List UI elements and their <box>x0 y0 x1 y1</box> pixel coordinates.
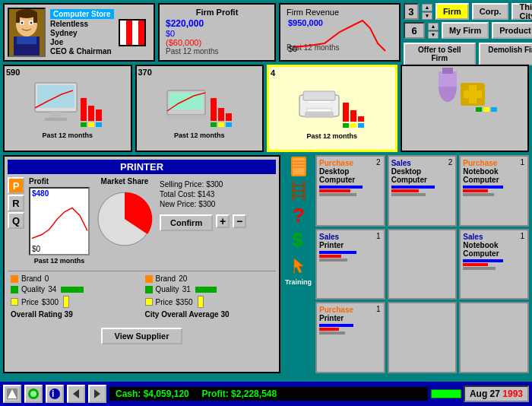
svg-rect-30 <box>218 122 224 127</box>
bar1 <box>319 324 353 327</box>
bar1 <box>391 186 435 189</box>
card-product: NotebookComputer <box>463 241 525 258</box>
card-bars <box>391 186 454 196</box>
tab-p[interactable]: P <box>8 177 24 194</box>
counter-bottom-down[interactable]: ▼ <box>428 31 439 39</box>
toolbar-icon-forward[interactable] <box>88 385 106 403</box>
card-purchase-desktop-2[interactable]: Purchase 2 DesktopComputer <box>315 155 385 227</box>
card-num: 1 <box>376 305 381 313</box>
product-card-desktop[interactable]: 590 Past 12 months <box>3 65 132 152</box>
city-price-val: $350 <box>176 298 192 306</box>
svg-rect-35 <box>307 109 331 112</box>
person-name3: Joe <box>50 38 114 46</box>
plus-btn[interactable]: + <box>216 214 230 228</box>
pointer-icon[interactable] <box>289 254 309 274</box>
counter-bottom-up[interactable]: ▲ <box>428 23 439 30</box>
speed-bar[interactable] <box>431 389 461 398</box>
help-icon[interactable]: ? <box>289 205 309 225</box>
toolbar-icon-3[interactable]: i <box>46 385 64 403</box>
toolbar-icon-2[interactable] <box>24 385 43 403</box>
svg-rect-31 <box>226 122 232 127</box>
svg-rect-51 <box>491 107 497 112</box>
products-strip: 590 Past 12 months 370 <box>0 65 532 152</box>
confirm-button[interactable]: Confirm <box>160 214 213 231</box>
company-info: Computer Store Relentless Sydney Joe CEO… <box>50 9 114 56</box>
training-label: Training <box>285 278 312 286</box>
dollar-icon[interactable]: $ <box>289 230 309 249</box>
tab-firm[interactable]: Firm <box>435 3 469 20</box>
card-purchase-notebook-1[interactable]: Purchase 1 NotebookComputer <box>459 155 529 227</box>
svg-rect-49 <box>476 107 482 112</box>
ladder-icon[interactable] <box>289 181 309 201</box>
counter-top-down[interactable]: ▼ <box>422 12 432 20</box>
tab-this-city[interactable]: This City <box>511 3 532 20</box>
middle-content: P R Q Profit $480 $0 Past 12 months Mark… <box>8 177 276 265</box>
toolbar-icon-back[interactable] <box>67 385 85 403</box>
new-price-row: New Price: $300 <box>160 200 246 208</box>
bar3 <box>319 259 347 262</box>
product-card-medical[interactable] <box>401 65 530 152</box>
my-price-val: $300 <box>42 298 59 306</box>
product-image-medical <box>404 68 527 121</box>
offer-sell-btn[interactable]: Offer to Sell Firm <box>404 43 476 65</box>
city-price-bar <box>198 296 204 308</box>
svg-rect-26 <box>211 98 217 121</box>
card-sales-notebook-1[interactable]: Sales 1 NotebookComputer <box>459 229 529 300</box>
bar3 <box>463 193 494 196</box>
demolish-firm-btn[interactable]: Demolish Firm <box>479 43 532 65</box>
printer-details-panel: PRINTER P R Q Profit $480 $0 Past 12 mon… <box>3 155 280 373</box>
profit-label: Profit: <box>201 389 228 399</box>
card-bars <box>463 186 525 196</box>
tab-r[interactable]: R <box>8 195 24 211</box>
firm-profit-panel: Firm Profit $220,000 $0 ($60,000) Past 1… <box>158 3 276 62</box>
my-quality-row: Quality 34 <box>11 285 139 293</box>
tab-product[interactable]: Product <box>492 22 532 39</box>
book-icon[interactable] <box>289 157 309 176</box>
card-bars <box>319 324 382 335</box>
bar2 <box>319 255 341 258</box>
svg-rect-29 <box>211 122 217 127</box>
svg-text:i: i <box>52 389 54 399</box>
printer-past-label: Past 12 months <box>306 132 357 140</box>
minus-btn[interactable]: − <box>233 214 246 228</box>
bar2 <box>319 328 339 331</box>
svg-rect-37 <box>343 103 349 122</box>
product-card-printer[interactable]: 4 Past 12 months <box>267 65 397 152</box>
bar2 <box>319 189 350 192</box>
card-type: Purchase <box>319 159 382 167</box>
card-purchase-printer-1[interactable]: Purchase 1 Printer <box>315 302 385 373</box>
tab-q[interactable]: Q <box>8 212 24 229</box>
product-card-notebook[interactable]: 370 Past 12 months <box>135 65 264 152</box>
svg-rect-19 <box>96 109 102 121</box>
counter-top-arrows[interactable]: ▲ ▼ <box>422 4 432 20</box>
cash-label: Cash: <box>116 389 141 399</box>
my-quality-val: 34 <box>48 285 56 293</box>
top-bar: Computer Store Relentless Sydney Joe CEO… <box>0 0 532 65</box>
toolbar-icon-1[interactable] <box>3 385 21 403</box>
view-supplier-btn[interactable]: View Supplier <box>101 328 183 344</box>
counter-top-up[interactable]: ▲ <box>422 4 432 11</box>
counter-row-top: 3 ▲ ▼ Firm Corp. This City <box>404 3 532 20</box>
card-num: 1 <box>376 232 381 240</box>
svg-point-4 <box>21 21 24 24</box>
counter-bottom: 6 <box>404 22 425 39</box>
profit-negative: ($60,000) <box>166 38 268 47</box>
confirm-row: Confirm + − <box>160 211 246 233</box>
tab-my-firm[interactable]: My Firm <box>442 22 489 39</box>
notebook-past-label: Past 12 months <box>174 132 225 139</box>
card-num: 1 <box>520 158 524 167</box>
view-supplier-row: View Supplier <box>8 325 276 344</box>
city-price-row: Price $350 <box>145 296 274 308</box>
card-sales-printer-1[interactable]: Sales 1 Printer <box>315 229 385 300</box>
card-type: Sales <box>391 159 454 167</box>
card-sales-desktop-2[interactable]: Sales 2 DesktopComputer <box>388 155 458 227</box>
counter-bottom-arrows[interactable]: ▲ ▼ <box>428 23 439 39</box>
bar1 <box>319 186 363 189</box>
bar3 <box>391 193 426 196</box>
desktop-past-label: Past 12 months <box>42 132 93 139</box>
svg-rect-25 <box>166 115 207 119</box>
person-name1: Relentless <box>50 20 114 28</box>
tab-corp[interactable]: Corp. <box>472 3 509 20</box>
date-display: Aug 27 1993 <box>464 385 529 402</box>
company-logo <box>119 19 146 46</box>
